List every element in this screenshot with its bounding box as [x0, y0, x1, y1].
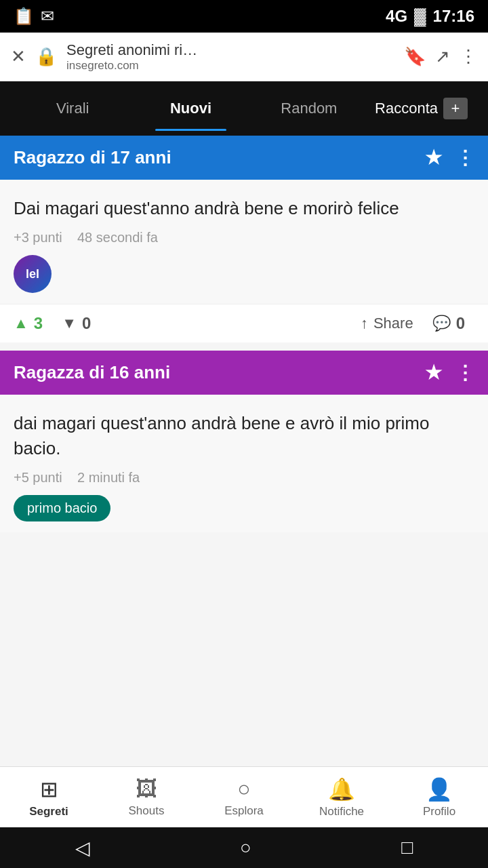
post-meta-2: +5 punti 2 minuti fa	[14, 470, 474, 486]
tab-virali[interactable]: Virali	[14, 86, 131, 131]
app-tab-bar: Virali Nuovi Random Racconta +	[0, 81, 488, 136]
avatar-1: lel	[14, 255, 52, 293]
email-icon: ✉	[41, 7, 54, 26]
post-text-2: dai magari quest'anno andrà bene e avrò …	[14, 411, 474, 460]
post-meta-1: +3 punti 48 secondi fa	[14, 230, 474, 245]
tab-random[interactable]: Random	[250, 86, 368, 131]
esplora-icon: ○	[237, 776, 250, 802]
more-button-1[interactable]: ⋮	[455, 146, 474, 169]
battery-icon: ▓	[414, 7, 426, 26]
post-body-2: dai magari quest'anno andrà bene e avrò …	[0, 395, 488, 532]
notifiche-label: Notifiche	[319, 805, 364, 818]
shouts-label: Shouts	[129, 804, 165, 818]
downvote-button-1[interactable]: ▼ 0	[52, 314, 100, 333]
comment-count-1: 0	[456, 314, 465, 333]
avatar-row-1: lel	[14, 255, 474, 293]
recent-button[interactable]: □	[401, 837, 413, 859]
post-tag-2[interactable]: primo bacio	[14, 495, 110, 521]
post-actions-1: ▲ 3 ▼ 0 ↑ Share 💬 0	[0, 304, 488, 342]
nav-shouts[interactable]: 🖼 Shouts	[98, 770, 195, 825]
upvote-icon-1: ▲	[14, 315, 28, 332]
shouts-icon: 🖼	[136, 776, 157, 802]
status-left-icons: 📋 ✉	[14, 7, 54, 26]
nav-profilo[interactable]: 👤 Profilo	[390, 770, 488, 825]
browser-title-area: Segreti anonimi ri… insegreto.com	[66, 41, 394, 73]
upvote-count-1: 3	[34, 314, 43, 333]
racconta-plus-icon: +	[443, 98, 468, 119]
post-header-2: Ragazza di 16 anni ★ ⋮	[0, 351, 488, 395]
post-title-1: Ragazzo di 17 anni	[14, 147, 171, 168]
notification-icon: 📋	[14, 7, 34, 26]
system-nav: ◁ ○ □	[0, 827, 488, 868]
share-label-1: Share	[373, 315, 413, 332]
post-points-1: +3 punti	[14, 230, 62, 245]
status-bar: 📋 ✉ 4G ▓ 17:16	[0, 0, 488, 33]
bottom-nav: ⊞ Segreti 🖼 Shouts ○ Esplora 🔔 Notifiche…	[0, 766, 488, 827]
close-button[interactable]: ✕	[11, 46, 26, 67]
profilo-label: Profilo	[423, 805, 455, 818]
downvote-count-1: 0	[82, 314, 91, 333]
star-button-2[interactable]: ★	[425, 361, 442, 384]
more-button-2[interactable]: ⋮	[455, 361, 474, 384]
post-text-1: Dai magari quest'anno andrà bene e morir…	[14, 196, 474, 220]
back-button[interactable]: ◁	[75, 837, 90, 859]
upvote-button-1[interactable]: ▲ 3	[14, 314, 52, 333]
post-time-1: 48 secondi fa	[77, 230, 158, 245]
post-header-1: Ragazzo di 17 anni ★ ⋮	[0, 136, 488, 180]
tab-nuovi[interactable]: Nuovi	[131, 86, 249, 131]
post-body-1: Dai magari quest'anno andrà bene e morir…	[0, 180, 488, 304]
downvote-icon-1: ▼	[62, 315, 77, 332]
segreti-label: Segreti	[29, 805, 68, 818]
nav-esplora[interactable]: ○ Esplora	[195, 770, 293, 825]
nav-segreti[interactable]: ⊞ Segreti	[0, 770, 98, 825]
post-time-2: 2 minuti fa	[77, 470, 140, 485]
browser-page-title: Segreti anonimi ri…	[66, 41, 394, 59]
post-points-2: +5 punti	[14, 470, 62, 485]
comment-icon-1: 💬	[432, 315, 451, 332]
browser-url: insegreto.com	[66, 59, 394, 73]
time-display: 17:16	[433, 7, 474, 26]
nav-notifiche[interactable]: 🔔 Notifiche	[293, 770, 390, 825]
share-icon-1: ↑	[361, 315, 368, 332]
content-area: Ragazzo di 17 anni ★ ⋮ Dai magari quest'…	[0, 136, 488, 649]
post-card-1: Ragazzo di 17 anni ★ ⋮ Dai magari quest'…	[0, 136, 488, 342]
avatar-row-2: primo bacio	[14, 495, 474, 521]
post-card-2: Ragazza di 16 anni ★ ⋮ dai magari quest'…	[0, 351, 488, 532]
segreti-icon: ⊞	[40, 776, 58, 802]
home-button[interactable]: ○	[240, 837, 251, 859]
racconta-label: Racconta	[375, 100, 438, 117]
post-header-actions-2: ★ ⋮	[425, 361, 474, 384]
esplora-label: Esplora	[224, 804, 264, 818]
more-menu-button[interactable]: ⋮	[460, 46, 477, 67]
share-button-1[interactable]: ↑ Share	[351, 315, 423, 332]
star-button-1[interactable]: ★	[425, 146, 442, 169]
notifiche-icon: 🔔	[328, 776, 355, 802]
post-header-actions-1: ★ ⋮	[425, 146, 474, 169]
post-title-2: Ragazza di 16 anni	[14, 362, 170, 383]
share-button[interactable]: ↗	[435, 46, 450, 67]
lock-icon: 🔒	[35, 46, 57, 67]
status-right-icons: 4G ▓ 17:16	[386, 7, 474, 26]
signal-icon: 4G	[386, 7, 407, 26]
browser-bar: ✕ 🔒 Segreti anonimi ri… insegreto.com 🔖 …	[0, 33, 488, 81]
profilo-icon: 👤	[426, 776, 453, 802]
comment-button-1[interactable]: 💬 0	[423, 314, 474, 333]
racconta-button[interactable]: Racconta +	[368, 98, 474, 119]
bookmark-button[interactable]: 🔖	[404, 46, 426, 67]
